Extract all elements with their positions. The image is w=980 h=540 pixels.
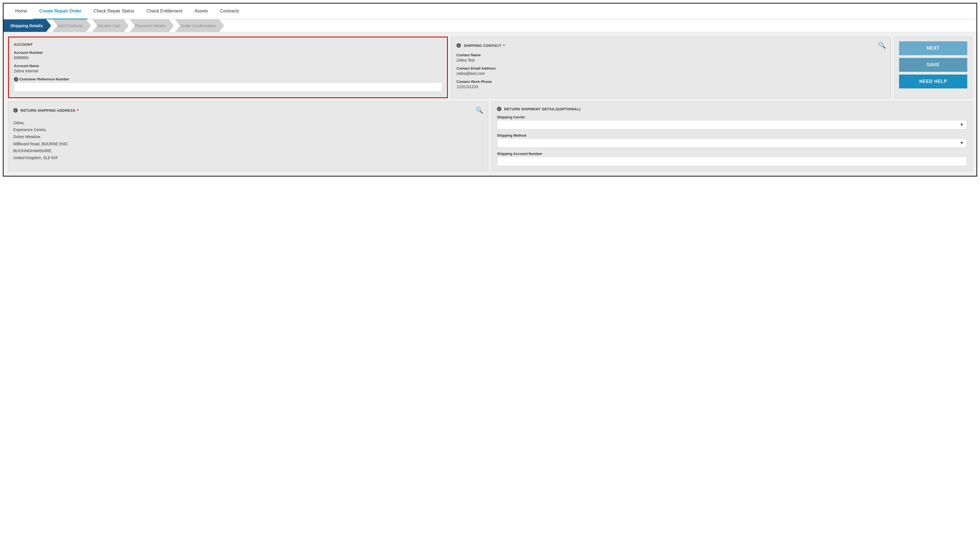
nav-item-check-entitlement[interactable]: Check Entitlement	[140, 3, 188, 19]
shipping-carrier-wrap: ▼	[497, 120, 967, 129]
step-shipping-details[interactable]: Shipping Details	[3, 19, 51, 32]
step-review-cart[interactable]: Review Cart	[92, 19, 129, 32]
contact-email-label: Contact Email Address	[457, 66, 886, 70]
shipping-contact-title-text: SHIPPING CONTACT	[464, 43, 501, 48]
return-shipment-title-text: RETURN SHIPMENT DETAILS(OPTIONAL)	[504, 107, 581, 111]
nav-item-create-repair-order[interactable]: Create Repair Order	[33, 3, 88, 19]
return-shipping-info-icon: i	[13, 108, 18, 113]
shipping-contact-panel: i SHIPPING CONTACT * 🔍 Contact Name Zebr…	[451, 37, 891, 98]
top-navigation: HomeCreate Repair OrderCheck Repair Stat…	[3, 3, 977, 19]
return-shipment-info-icon: i	[497, 107, 501, 111]
customer-ref-label: iCustomer Reference Number	[14, 77, 442, 81]
contact-email-value: zebra@test.com	[457, 71, 886, 76]
shipping-method-wrap: ▼	[497, 138, 967, 148]
account-number-value: 6088861	[14, 56, 442, 60]
customer-ref-info-icon: i	[14, 77, 18, 81]
account-panel-title: ACCOUNT	[14, 42, 442, 46]
shipping-account-number-label: Shipping Account Number	[497, 151, 967, 156]
need-help-button[interactable]: NEED HELP	[899, 75, 967, 88]
account-title-text: ACCOUNT	[14, 42, 33, 46]
contact-phone-label: Contact Work Phone	[457, 80, 886, 84]
return-shipping-required: *	[77, 108, 79, 113]
shipping-method-select[interactable]	[497, 138, 967, 148]
return-shipment-details-panel: i RETURN SHIPMENT DETAILS(OPTIONAL) Ship…	[492, 102, 972, 171]
next-button[interactable]: NEXT	[899, 41, 967, 55]
nav-item-contracts[interactable]: Contracts	[214, 3, 245, 19]
shipping-contact-required: *	[503, 43, 505, 48]
shipping-contact-info-icon: i	[457, 43, 461, 48]
account-name-label: Account Name	[14, 64, 442, 68]
return-shipping-search-icon[interactable]: 🔍	[476, 107, 484, 114]
contact-phone-value: 1231231233	[457, 84, 886, 89]
shipping-account-number-input[interactable]	[497, 157, 967, 166]
nav-item-check-repair-status[interactable]: Check Repair Status	[88, 3, 140, 19]
customer-ref-input[interactable]	[14, 82, 442, 92]
return-shipping-address: Zebra,Experience Centre,Dukes Meadow,Mil…	[13, 118, 483, 161]
contact-name-value: Zebra Test	[457, 58, 886, 62]
return-shipping-title: i RETURN SHIPPING ADDRESS * 🔍	[13, 107, 483, 114]
account-panel: ACCOUNT Account Number 6088861 Account N…	[8, 37, 448, 98]
step-order-confirmation[interactable]: Order Confirmation	[175, 19, 224, 32]
account-name-value: Zebra Internal	[14, 69, 442, 73]
shipping-method-label: Shipping Method	[497, 133, 967, 137]
return-shipping-title-text: RETURN SHIPPING ADDRESS	[21, 108, 75, 113]
step-payment-details[interactable]: Payment Details	[130, 19, 174, 32]
nav-item-assets[interactable]: Assets	[188, 3, 214, 19]
shipping-carrier-select[interactable]	[497, 120, 967, 129]
shipping-contact-search-icon[interactable]: 🔍	[878, 42, 886, 49]
main-content: ACCOUNT Account Number 6088861 Account N…	[3, 32, 977, 176]
return-shipment-title: i RETURN SHIPMENT DETAILS(OPTIONAL)	[497, 107, 967, 111]
step-add-products[interactable]: Add Products	[52, 19, 91, 32]
nav-item-home[interactable]: Home	[9, 3, 33, 19]
action-buttons-panel: NEXT SAVE NEED HELP	[894, 37, 972, 98]
shipping-carrier-label: Shipping Carrier	[497, 115, 967, 119]
account-number-label: Account Number	[14, 51, 442, 55]
return-shipping-address-panel: i RETURN SHIPPING ADDRESS * 🔍 Zebra,Expe…	[8, 102, 488, 171]
contact-name-label: Contact Name	[457, 53, 886, 57]
steps-bar: Shipping DetailsAdd ProductsReview CartP…	[3, 19, 977, 32]
save-button[interactable]: SAVE	[899, 58, 967, 72]
shipping-contact-title: i SHIPPING CONTACT * 🔍	[457, 42, 886, 49]
